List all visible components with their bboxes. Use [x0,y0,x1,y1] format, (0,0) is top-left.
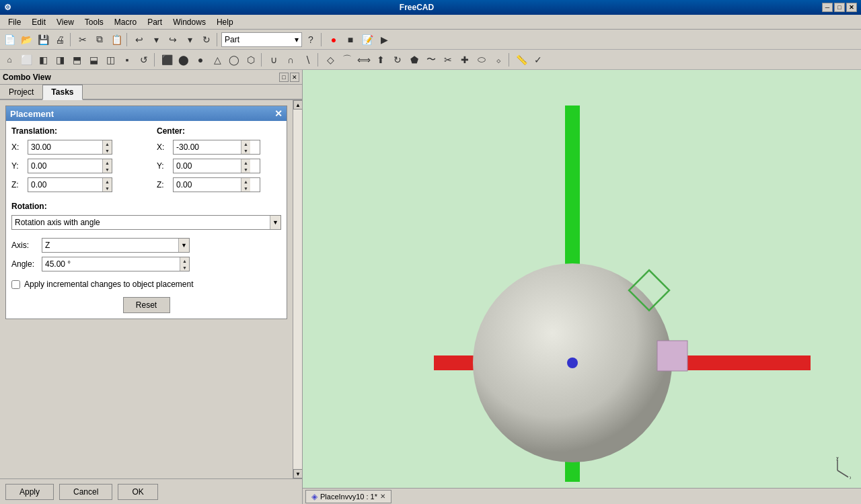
mirror-btn[interactable]: ⟺ [356,52,372,68]
undo-dropdown[interactable]: ▾ [148,32,164,48]
cancel-button[interactable]: Cancel [59,484,112,500]
angle-up[interactable]: ▲ [180,257,189,264]
center-x-spinbox[interactable]: ▲ ▼ [173,140,260,155]
incremental-checkbox[interactable] [11,280,20,289]
ok-button[interactable]: OK [118,484,157,500]
translation-z-spinbox[interactable]: ▲ ▼ [28,177,112,192]
center-x-input[interactable] [174,140,241,154]
translation-z-down[interactable]: ▼ [103,185,112,192]
undo-button[interactable]: ↩ [131,32,147,48]
axis-arrow[interactable]: ▼ [178,239,189,252]
rotation-mode-input[interactable] [12,216,270,229]
translation-y-input[interactable] [28,159,102,173]
bool-fuse[interactable]: ∪ [266,52,282,68]
reset-button[interactable]: Reset [123,297,170,313]
record-button[interactable]: ● [326,32,342,48]
offset-btn[interactable]: ⬭ [474,52,490,68]
scroll-track[interactable] [293,110,302,469]
close-button[interactable]: ✕ [846,3,857,12]
apply-button[interactable]: Apply [5,484,54,500]
angle-input[interactable] [42,257,180,271]
translation-x-input[interactable] [28,140,102,154]
translation-y-spinbox[interactable]: ▲ ▼ [28,159,112,173]
refresh-button[interactable]: ↻ [198,32,215,48]
macro-button[interactable]: 📝 [359,32,375,48]
thickness-btn[interactable]: ⬦ [490,52,507,68]
center-z-up[interactable]: ▲ [241,178,250,185]
combo-close-button[interactable]: ✕ [290,73,299,82]
help-button[interactable]: ? [303,32,319,48]
center-y-down[interactable]: ▼ [241,166,250,173]
save-button[interactable]: 💾 [35,32,51,48]
scroll-down-arrow[interactable]: ▼ [293,469,302,478]
center-x-down[interactable]: ▼ [241,147,250,154]
bool-common[interactable]: ∩ [283,52,299,68]
translation-y-down[interactable]: ▼ [103,166,112,173]
new-button[interactable]: 📄 [1,32,17,48]
maximize-button[interactable]: □ [834,3,845,12]
part-cylinder[interactable]: ⬤ [176,52,192,68]
part-sphere[interactable]: ● [192,52,209,68]
print-button[interactable]: 🖨 [52,32,68,48]
section-btn[interactable]: ✂ [440,52,456,68]
translation-x-down[interactable]: ▼ [103,147,112,154]
translation-x-spinbox[interactable]: ▲ ▼ [28,140,112,155]
angle-down[interactable]: ▼ [180,264,189,271]
view-tab-close-button[interactable]: ✕ [380,493,385,500]
translation-y-up[interactable]: ▲ [103,159,112,166]
view-tab-item[interactable]: ◈ PlaceInvvy10 : 1* ✕ [305,490,391,503]
revolve-btn[interactable]: ↻ [389,52,406,68]
menu-help[interactable]: Help [211,16,239,28]
center-y-up[interactable]: ▲ [241,159,250,166]
center-y-spinbox[interactable]: ▲ ▼ [173,159,260,173]
combo-float-button[interactable]: □ [279,73,289,82]
view-right[interactable]: ◫ [102,52,118,68]
panel-scrollbar[interactable]: ▲ ▼ [293,100,302,478]
menu-windows[interactable]: Windows [167,16,211,28]
check-btn[interactable]: ✓ [530,52,546,68]
redo-dropdown[interactable]: ▾ [182,32,198,48]
chamfer-btn[interactable]: ◇ [322,52,338,68]
part-box[interactable]: ⬛ [159,52,175,68]
bool-cut[interactable]: ∖ [299,52,315,68]
menu-view[interactable]: View [51,16,79,28]
center-x-up[interactable]: ▲ [241,140,250,147]
part-cone[interactable]: △ [209,52,225,68]
translation-x-up[interactable]: ▲ [103,140,112,147]
menu-edit[interactable]: Edit [26,16,51,28]
axis-input[interactable] [42,239,178,252]
extrude-btn[interactable]: ⬆ [373,52,389,68]
menu-file[interactable]: File [3,16,26,28]
view-rotate[interactable]: ↺ [136,52,152,68]
3d-viewport[interactable]: x y ◈ PlaceInvvy10 : 1* ✕ [303,70,861,504]
workbench-dropdown[interactable]: Part ▾ [221,32,302,47]
part-prism[interactable]: ⬡ [243,52,259,68]
center-z-down[interactable]: ▼ [241,185,250,192]
translation-z-up[interactable]: ▲ [103,178,112,185]
paste-button[interactable]: 📋 [108,32,124,48]
redo-button[interactable]: ↪ [165,32,181,48]
view-home[interactable]: ⌂ [1,52,17,68]
center-z-input[interactable] [174,178,241,192]
fillet-btn[interactable]: ⌒ [339,52,355,68]
copy-button[interactable]: ⧉ [91,32,108,48]
rotation-mode-dropdown[interactable]: ▼ [11,215,281,230]
view-left[interactable]: ▪ [119,52,135,68]
view-box[interactable]: ⬜ [18,52,34,68]
translation-z-input[interactable] [28,178,102,192]
menu-part[interactable]: Part [142,16,167,28]
axis-dropdown[interactable]: ▼ [42,238,190,253]
menu-tools[interactable]: Tools [79,16,109,28]
part-torus[interactable]: ◯ [226,52,242,68]
stop-button[interactable]: ■ [342,32,359,48]
open-button[interactable]: 📂 [18,32,34,48]
center-z-spinbox[interactable]: ▲ ▼ [173,177,260,192]
view-front[interactable]: ◧ [35,52,51,68]
play-button[interactable]: ▶ [376,32,392,48]
minimize-button[interactable]: ─ [822,3,833,12]
center-y-input[interactable] [174,159,241,173]
view-top[interactable]: ⬒ [69,52,85,68]
angle-spinbox[interactable]: ▲ ▼ [42,257,190,271]
cut-button[interactable]: ✂ [75,32,91,48]
loft-btn[interactable]: ⬟ [406,52,422,68]
